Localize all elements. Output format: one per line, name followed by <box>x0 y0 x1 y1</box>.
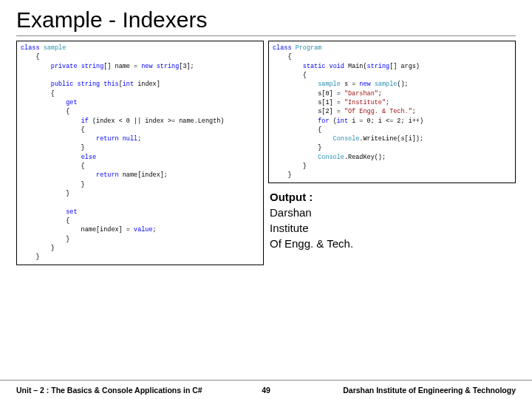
footer-institute: Darshan Institute of Engineering & Techn… <box>288 386 532 395</box>
output-block: Output : Darshan Institute Of Engg. & Te… <box>268 189 516 251</box>
output-label: Output : <box>270 189 516 205</box>
right-column: class Program { static void Main(string[… <box>268 41 516 265</box>
output-line: Darshan <box>270 205 516 220</box>
code-sample-class: class sample { private string[] name = n… <box>16 41 264 265</box>
left-column: class sample { private string[] name = n… <box>16 41 264 265</box>
footer-page-number: 49 <box>244 386 288 395</box>
content-area: class sample { private string[] name = n… <box>0 41 532 265</box>
output-line: Institute <box>270 220 516 236</box>
output-line: Of Engg. & Tech. <box>270 236 516 251</box>
footer: Unit – 2 : The Basics & Console Applicat… <box>0 380 532 399</box>
slide-title: Example - Indexers <box>0 0 532 35</box>
code-program-class: class Program { static void Main(string[… <box>268 41 516 183</box>
footer-unit: Unit – 2 : The Basics & Console Applicat… <box>0 386 244 395</box>
title-underline <box>16 35 516 36</box>
